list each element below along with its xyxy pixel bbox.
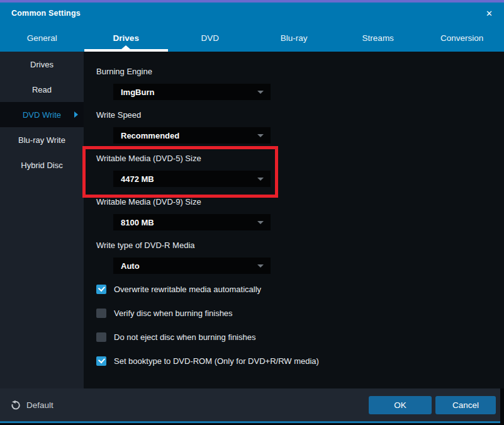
field-label: Write type of DVD-R Media bbox=[96, 241, 504, 250]
tab-conversion[interactable]: Conversion bbox=[420, 24, 504, 52]
tab-label: DVD bbox=[201, 33, 219, 43]
cancel-button[interactable]: Cancel bbox=[435, 396, 496, 414]
window-bottom-accent-line bbox=[0, 421, 500, 423]
title-bar: Common Settings ✕ bbox=[0, 3, 504, 24]
sidebar-item-blu-ray-write[interactable]: Blu-ray Write bbox=[0, 127, 84, 152]
sidebar-item-label: Hybrid Disc bbox=[21, 161, 62, 170]
dialog-title: Common Settings bbox=[11, 9, 81, 18]
checkbox-label: Verify disc when burning finishes bbox=[114, 309, 233, 318]
tab-blu-ray[interactable]: Blu-ray bbox=[252, 24, 337, 52]
tab-label: Blu-ray bbox=[281, 33, 308, 43]
field-label: Writable Media (DVD-5) Size bbox=[96, 154, 504, 163]
tab-label: Streams bbox=[362, 33, 394, 43]
tab-label: Drives bbox=[113, 33, 139, 43]
field-dvd5-size: Writable Media (DVD-5) Size 4472 MB bbox=[96, 154, 504, 187]
dropdown-value: 8100 MB bbox=[113, 218, 154, 227]
field-burning-engine: Burning Engine ImgBurn bbox=[96, 67, 504, 100]
common-settings-dialog: Common Settings ✕ General Drives DVD Blu… bbox=[0, 0, 504, 425]
default-button-label: Default bbox=[26, 400, 53, 410]
field-dvd9-size: Writable Media (DVD-9) Size 8100 MB bbox=[96, 197, 504, 230]
field-write-speed: Write Speed Recommended bbox=[96, 110, 504, 144]
chevron-down-icon bbox=[257, 264, 264, 268]
field-label: Burning Engine bbox=[96, 67, 504, 76]
chevron-down-icon bbox=[257, 134, 264, 137]
sidebar-item-dvd-write[interactable]: DVD Write bbox=[0, 102, 84, 127]
dropdown-value: Recommended bbox=[113, 131, 179, 140]
dialog-footer: Default OK Cancel bbox=[0, 388, 500, 421]
checkbox-checked-icon[interactable] bbox=[96, 285, 106, 294]
checkbox-label: Overwrite rewritable media automatically bbox=[114, 285, 261, 294]
tab-label: Conversion bbox=[440, 33, 483, 43]
ok-button[interactable]: OK bbox=[369, 396, 432, 414]
field-write-type: Write type of DVD-R Media Auto bbox=[96, 241, 504, 274]
drives-sidebar: Drives Read DVD Write Blu-ray Write Hybr… bbox=[0, 52, 84, 388]
dvd9-size-dropdown[interactable]: 8100 MB bbox=[113, 214, 271, 230]
checkbox-overwrite-rewritable[interactable]: Overwrite rewritable media automatically bbox=[96, 284, 504, 294]
chevron-down-icon bbox=[257, 91, 264, 94]
close-icon[interactable]: ✕ bbox=[483, 8, 495, 19]
dropdown-value: 4472 MB bbox=[113, 174, 154, 184]
checkbox-label: Set booktype to DVD-ROM (Only for DVD+R/… bbox=[114, 356, 319, 366]
selected-item-arrow-icon bbox=[74, 111, 78, 118]
tab-label: General bbox=[27, 33, 57, 43]
sidebar-item-hybrid-disc[interactable]: Hybrid Disc bbox=[0, 152, 84, 178]
dvd5-size-dropdown[interactable]: 4472 MB bbox=[113, 171, 271, 187]
dvd-write-settings-panel: Burning Engine ImgBurn Write Speed Recom… bbox=[84, 52, 504, 388]
dialog-body: Drives Read DVD Write Blu-ray Write Hybr… bbox=[0, 52, 504, 388]
sidebar-item-label: Blu-ray Write bbox=[18, 135, 65, 145]
tab-streams[interactable]: Streams bbox=[336, 24, 420, 52]
default-reset-button[interactable]: Default bbox=[10, 400, 53, 411]
checkbox-set-booktype[interactable]: Set booktype to DVD-ROM (Only for DVD+R/… bbox=[96, 356, 504, 366]
undo-reset-icon bbox=[10, 400, 21, 411]
sidebar-item-label: Drives bbox=[30, 60, 53, 69]
chevron-down-icon bbox=[257, 178, 264, 181]
dropdown-value: ImgBurn bbox=[113, 88, 154, 97]
checkbox-unchecked-icon[interactable] bbox=[96, 332, 106, 342]
chevron-down-icon bbox=[257, 221, 264, 224]
dropdown-value: Auto bbox=[113, 261, 140, 271]
settings-tab-bar: General Drives DVD Blu-ray Streams Conve… bbox=[0, 24, 504, 52]
write-speed-dropdown[interactable]: Recommended bbox=[113, 127, 271, 144]
checkbox-unchecked-icon[interactable] bbox=[96, 309, 106, 318]
tab-dvd[interactable]: DVD bbox=[168, 24, 252, 52]
tab-general[interactable]: General bbox=[0, 24, 84, 52]
field-label: Writable Media (DVD-9) Size bbox=[96, 197, 504, 207]
write-type-dropdown[interactable]: Auto bbox=[113, 258, 271, 274]
sidebar-item-label: Read bbox=[32, 85, 52, 94]
options-checkbox-group: Overwrite rewritable media automatically… bbox=[96, 284, 504, 366]
sidebar-item-drives[interactable]: Drives bbox=[0, 52, 84, 77]
sidebar-item-label: DVD Write bbox=[23, 110, 61, 120]
checkbox-checked-icon[interactable] bbox=[96, 356, 106, 366]
burning-engine-dropdown[interactable]: ImgBurn bbox=[113, 84, 271, 100]
checkbox-label: Do not eject disc when burning finishes bbox=[114, 332, 255, 342]
tab-drives[interactable]: Drives bbox=[84, 24, 169, 52]
checkbox-no-eject[interactable]: Do not eject disc when burning finishes bbox=[96, 332, 504, 342]
checkbox-verify-disc[interactable]: Verify disc when burning finishes bbox=[96, 308, 504, 318]
field-label: Write Speed bbox=[96, 110, 504, 120]
sidebar-item-read[interactable]: Read bbox=[0, 77, 84, 102]
